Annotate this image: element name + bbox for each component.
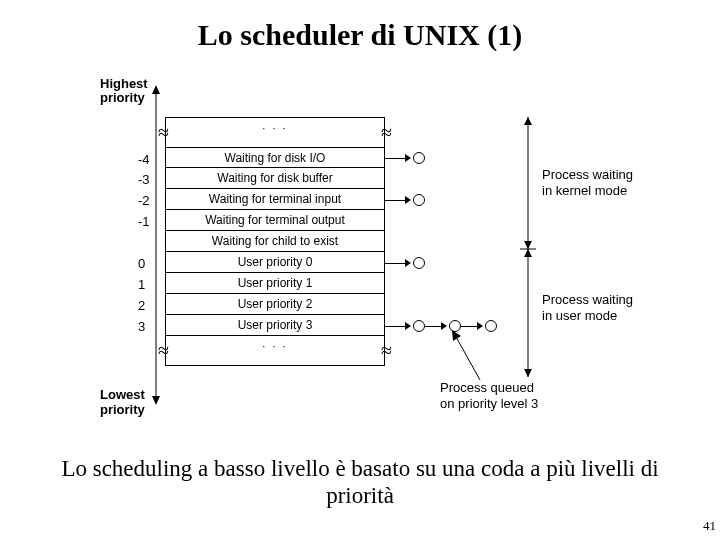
row-num-0: -4 bbox=[138, 150, 150, 170]
user-mode-label: Process waitingin user mode bbox=[542, 292, 633, 323]
svg-marker-2 bbox=[152, 396, 160, 405]
svg-line-9 bbox=[455, 335, 480, 380]
svg-marker-6 bbox=[524, 249, 532, 257]
slide-caption: Lo scheduling a basso livello è basato s… bbox=[0, 455, 720, 510]
highest-priority-label: Highestpriority bbox=[100, 77, 148, 106]
scheduler-diagram: Highestpriority Lowestpriority ≈≈ · · · … bbox=[80, 77, 640, 432]
queue-link-row-0 bbox=[385, 148, 445, 168]
queue-link-row-5 bbox=[385, 253, 445, 273]
row-num-2: -2 bbox=[138, 191, 150, 211]
svg-marker-5 bbox=[524, 241, 532, 249]
process-queued-label: Process queuedon priority level 3 bbox=[440, 380, 538, 411]
row-text-5: User priority 0 bbox=[238, 255, 313, 269]
queue-link-row-2 bbox=[385, 190, 445, 210]
row-num-8: 3 bbox=[138, 317, 145, 337]
row-num-5: 0 bbox=[138, 254, 145, 274]
kernel-mode-label: Process waitingin kernel mode bbox=[542, 167, 633, 198]
svg-marker-7 bbox=[524, 369, 532, 377]
row-text-4: Waiting for child to exist bbox=[212, 234, 338, 248]
row-num-7: 2 bbox=[138, 296, 145, 316]
svg-marker-10 bbox=[452, 330, 461, 341]
svg-marker-1 bbox=[152, 85, 160, 94]
row-text-3: Waiting for terminal output bbox=[205, 213, 345, 227]
row-text-1: Waiting for disk buffer bbox=[217, 171, 332, 185]
slide-title: Lo scheduler di UNIX (1) bbox=[0, 0, 720, 52]
row-text-8: User priority 3 bbox=[238, 318, 313, 332]
lowest-priority-label: Lowestpriority bbox=[100, 388, 145, 417]
row-num-3: -1 bbox=[138, 212, 150, 232]
queue-label-arrow bbox=[450, 330, 490, 385]
row-num-6: 1 bbox=[138, 275, 145, 295]
row-text-6: User priority 1 bbox=[238, 276, 313, 290]
row-num-1: -3 bbox=[138, 170, 150, 190]
page-number: 41 bbox=[703, 518, 716, 534]
row-text-2: Waiting for terminal input bbox=[209, 192, 341, 206]
svg-marker-4 bbox=[524, 117, 532, 125]
priority-queue-table: ≈≈ · · · -4Waiting for disk I/O -3Waitin… bbox=[165, 117, 385, 366]
row-text-7: User priority 2 bbox=[238, 297, 313, 311]
region-divider bbox=[520, 117, 538, 377]
row-text-0: Waiting for disk I/O bbox=[225, 151, 326, 165]
